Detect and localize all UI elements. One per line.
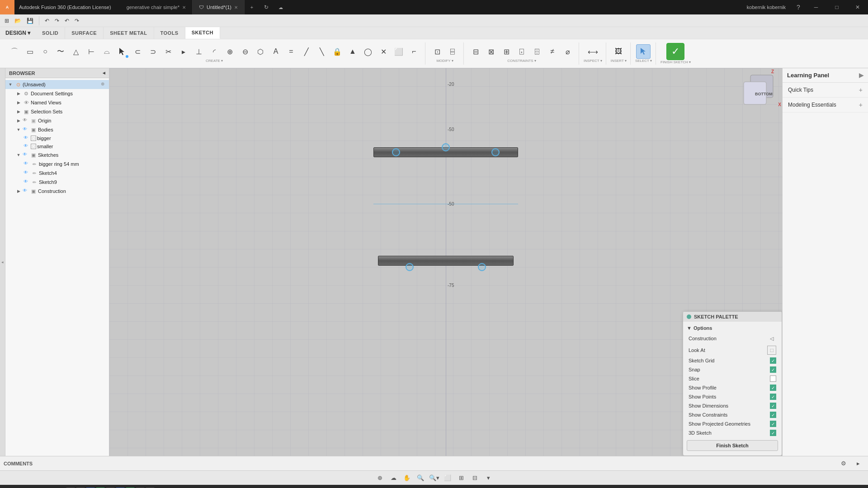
constraints-label[interactable]: CONSTRAINTS ▾ [507,59,536,63]
comments-expand-icon[interactable]: ▸ [852,457,864,470]
design-mode-button[interactable]: DESIGN ▾ [0,27,36,39]
circle-tool[interactable]: ○ [38,44,52,59]
lookat-icon[interactable]: ⬚ [767,346,776,355]
polygon-tool[interactable]: ⬡ [253,44,268,59]
extra-tool[interactable]: ▾ [482,472,495,484]
split-tool[interactable]: ⊥ [192,44,206,59]
triangle-tool[interactable]: △ [69,44,83,59]
modify-tool1[interactable]: ⊡ [430,44,444,59]
tree-expander-construction[interactable]: ▶ [15,188,22,194]
pan-tool[interactable]: ✋ [401,472,413,484]
tree-expander-doc[interactable]: ▶ [15,90,22,97]
line-tool[interactable]: ╱ [299,44,314,59]
const-tool4[interactable]: ⌺ [514,44,529,59]
tree-item-sketches[interactable]: ▼ 👁 ▣ Sketches [5,150,109,160]
upper-circle-mid[interactable] [442,143,450,151]
cross-tool[interactable]: ✕ [376,44,391,59]
tree-item-doc-settings[interactable]: ▶ ⚙ Document Settings [5,89,109,98]
create-label[interactable]: CREATE ▾ [206,59,223,63]
lock-tool[interactable]: 🔒 [330,44,344,59]
viewport[interactable]: -20 -50 -50 -75 [109,68,782,456]
snap-tool[interactable]: ⊕ [373,472,386,484]
const-tool1[interactable]: ⊟ [468,44,483,59]
palette-section-header[interactable]: ▼ Options [683,324,782,333]
new-tab-button[interactable]: + [245,0,259,14]
learning-item-quick-tips[interactable]: Quick Tips + [783,83,868,98]
quick-tips-expand[interactable]: + [859,86,863,94]
tree-expander-selection[interactable]: ▶ [15,108,22,115]
tree-item-sketch9[interactable]: 👁 ✏ Sketch9 [5,178,109,187]
inspect-tool1[interactable]: ⟷ [585,44,600,59]
modify-label[interactable]: MODIFY ▾ [436,59,453,63]
tab-solid[interactable]: SOLID [36,27,65,39]
const-tool6[interactable]: ≠ [545,44,560,59]
refresh-button[interactable]: ↻ [259,0,274,14]
arc2-tool[interactable]: ⌓ [99,44,114,59]
tree-expander-views[interactable]: ▶ [15,99,22,106]
tree-expander-unsaved[interactable]: ▼ [7,81,14,88]
right-panel-collapse[interactable]: ▶ [859,72,863,79]
tree-item-bigger[interactable]: 👁 □ bigger [5,134,109,142]
tree-item-construction[interactable]: ▶ 👁 ▣ Construction [5,187,109,196]
insert-label[interactable]: INSERT ▾ [611,59,627,63]
open-button[interactable]: 📂 [13,17,23,25]
tab-tools[interactable]: TOOLS [154,27,185,39]
display-tool[interactable]: ⬜ [441,472,454,484]
tree-expander-bodies[interactable]: ▼ [15,127,22,133]
text-tool[interactable]: A [269,44,283,59]
sketch-grid-checkbox[interactable]: ✓ [770,357,776,364]
tree-item-unsaved[interactable]: ▼ ⊙ (Unsaved) ⊕ [5,80,109,89]
maximize-button[interactable]: □ [826,0,847,14]
tab-untitled[interactable]: 🛡 Untitled*(1) ✕ [193,0,245,14]
browser-collapse-button[interactable]: ◂ [103,70,105,76]
grid-menu-button[interactable]: ⊞ [3,17,11,25]
inspect-label[interactable]: INSPECT ▾ [584,59,602,63]
modeling-expand[interactable]: + [859,101,863,108]
move-tool[interactable]: ⊕ [222,44,237,59]
tree-item-bodies[interactable]: ▼ 👁 ▣ Bodies [5,125,109,134]
const-tool3[interactable]: ⊞ [499,44,514,59]
online-button[interactable]: ☁ [274,0,288,14]
fillet-tool[interactable]: ◜ [207,44,222,59]
tree-item-sketch4[interactable]: 👁 ✏ Sketch4 [5,169,109,178]
close-button[interactable]: ✕ [847,0,868,14]
minimize-button[interactable]: ─ [806,0,826,14]
show-profile-checkbox[interactable]: ✓ [770,385,776,391]
orbit-tool[interactable]: ☁ [387,472,400,484]
finish-sketch-palette-button[interactable]: Finish Sketch [687,440,778,451]
canvas-area[interactable]: -20 -50 -50 -75 [109,68,782,456]
frame-tool[interactable]: ⬜ [392,44,406,59]
tab-generative[interactable]: generative chair simple* ✕ [120,0,193,14]
tree-expander-origin[interactable]: ▶ [15,117,22,124]
nav-cube[interactable]: BOTTOM Z X [741,73,778,109]
tri2-tool[interactable]: ▲ [345,44,360,59]
zoom-dropdown[interactable]: 🔍▾ [428,472,440,484]
redo-button[interactable]: ↷ [53,17,61,25]
mirror-tool[interactable]: ⊃ [146,44,160,59]
slice-checkbox[interactable] [770,375,776,382]
show-points-checkbox[interactable]: ✓ [770,394,776,400]
learning-item-modeling[interactable]: Modeling Essentials + [783,98,868,113]
modify-tool2[interactable]: ⌸ [445,44,460,59]
construction-icon[interactable]: ◁ [767,334,776,343]
select-tool[interactable] [115,44,129,59]
dimension-tool[interactable]: ⊢ [84,44,99,59]
tree-item-smaller[interactable]: 👁 □ smaller [5,142,109,150]
tree-item-selection-sets[interactable]: ▶ ▣ Selection Sets [5,107,109,116]
upper-circle-left[interactable] [392,148,400,156]
equal-tool[interactable]: = [284,44,298,59]
show-constraints-checkbox[interactable]: ✓ [770,412,776,418]
save-button[interactable]: 💾 [25,17,35,25]
layout-tool[interactable]: ⊟ [468,472,481,484]
rect-tool[interactable]: ▭ [23,44,37,59]
finish-sketch-label[interactable]: FINISH SKETCH ▾ [660,60,691,64]
offset-tool[interactable]: ⊂ [130,44,145,59]
insert-tool1[interactable]: 🖼 [611,44,626,59]
corner-tool[interactable]: ⌐ [407,44,421,59]
const-tool7[interactable]: ⌀ [561,44,575,59]
tree-expander-sketches[interactable]: ▼ [15,152,22,158]
undo-button[interactable]: ↶ [43,17,51,25]
grid-toggle[interactable]: ⊞ [455,472,467,484]
upper-circle-right[interactable] [491,148,500,156]
3d-sketch-checkbox[interactable]: ✓ [770,430,776,436]
